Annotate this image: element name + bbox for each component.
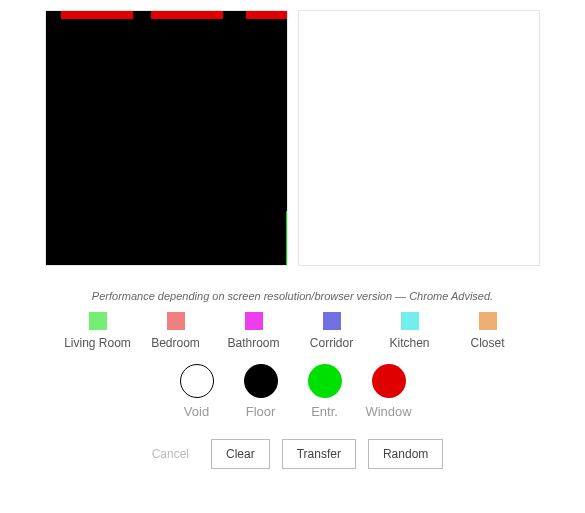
input-canvas[interactable] — [46, 11, 287, 265]
palette-swatch — [89, 312, 107, 330]
clear-button[interactable]: Clear — [211, 439, 270, 469]
transfer-button[interactable]: Transfer — [282, 439, 356, 469]
palette-item[interactable]: Closet — [458, 312, 518, 350]
tool-label: Entr. — [311, 404, 338, 419]
palette-item[interactable]: Living Room — [68, 312, 128, 350]
palette-item[interactable]: Kitchen — [380, 312, 440, 350]
drawn-segment — [151, 11, 223, 19]
cancel-button[interactable]: Cancel — [142, 440, 199, 468]
tool-label: Window — [365, 404, 411, 419]
palette-swatch — [167, 312, 185, 330]
random-button[interactable]: Random — [368, 439, 443, 469]
palette-label: Bedroom — [151, 336, 200, 350]
tool-label: Floor — [246, 404, 276, 419]
palette-swatch — [479, 312, 497, 330]
palette-item[interactable]: Corridor — [302, 312, 362, 350]
tool-label: Void — [184, 404, 209, 419]
tool-item[interactable]: Entr. — [302, 364, 348, 419]
palette-swatch — [323, 312, 341, 330]
palette-label: Corridor — [310, 336, 353, 350]
palette-item[interactable]: Bedroom — [146, 312, 206, 350]
drawn-segment — [61, 11, 133, 19]
tool-palette: VoidFloorEntr.Window — [0, 364, 585, 419]
palette-label: Bathroom — [227, 336, 279, 350]
room-palette: Living RoomBedroomBathroomCorridorKitche… — [0, 312, 585, 350]
palette-label: Closet — [470, 336, 504, 350]
tool-circle — [180, 364, 214, 398]
performance-note: Performance depending on screen resoluti… — [0, 290, 585, 302]
drawn-segment — [246, 11, 287, 19]
tool-item[interactable]: Void — [174, 364, 220, 419]
tool-circle — [372, 364, 406, 398]
palette-swatch — [245, 312, 263, 330]
input-canvas-frame — [45, 10, 288, 266]
output-canvas — [299, 11, 540, 265]
tool-circle — [308, 364, 342, 398]
palette-item[interactable]: Bathroom — [224, 312, 284, 350]
output-canvas-frame — [298, 10, 541, 266]
action-buttons: Cancel Clear Transfer Random — [0, 439, 585, 469]
palette-label: Kitchen — [389, 336, 429, 350]
drawn-segment — [286, 211, 287, 265]
tool-item[interactable]: Window — [366, 364, 412, 419]
palette-swatch — [401, 312, 419, 330]
tool-item[interactable]: Floor — [238, 364, 284, 419]
tool-circle — [244, 364, 278, 398]
palette-label: Living Room — [64, 336, 131, 350]
